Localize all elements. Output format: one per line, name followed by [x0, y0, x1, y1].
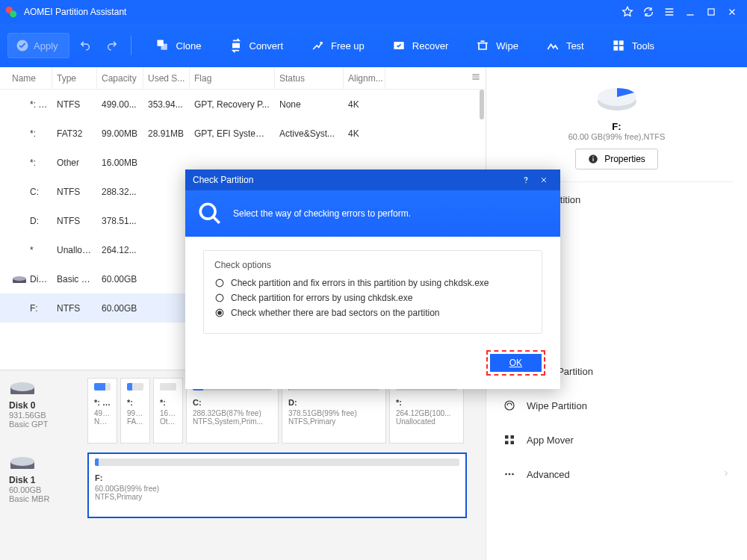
ok-button[interactable]: OK [490, 354, 542, 372]
svg-rect-24 [505, 435, 509, 439]
col-status[interactable]: Status [275, 67, 344, 89]
table-header: Name Type Capacity Used S... Flag Status… [0, 67, 486, 90]
titlebar: AOMEI Partition Assistant [0, 0, 747, 24]
disk-summary[interactable]: Disk 0931.56GBBasic GPT [9, 378, 80, 444]
titlebar-minimize-button[interactable] [680, 1, 701, 22]
check-option-2[interactable]: Check whether there are bad sectors on t… [214, 308, 531, 318]
svg-rect-8 [613, 40, 618, 45]
col-type[interactable]: Type [52, 67, 97, 89]
col-name[interactable]: Name [7, 67, 52, 89]
magnifier-icon [197, 201, 223, 226]
col-capacity[interactable]: Capacity [97, 67, 143, 89]
svg-point-28 [505, 473, 507, 476]
disk-map: Disk 0931.56GBBasic GPT*: R...499...NTF.… [0, 370, 486, 560]
disk-map-partition[interactable]: *:16.0...Oth... [153, 378, 183, 444]
disk-summary[interactable]: Disk 160.00GBBasic MBR [9, 452, 80, 518]
selected-partition-title: F: [500, 121, 734, 132]
svg-rect-27 [511, 441, 515, 445]
svg-rect-11 [619, 46, 624, 51]
info-icon [588, 154, 598, 164]
app-title: AOMEI Partition Assistant [24, 7, 617, 17]
disk-icon [12, 275, 27, 284]
action-advanced[interactable]: Advanced [500, 457, 734, 491]
mover-icon [503, 433, 516, 447]
properties-button[interactable]: Properties [575, 149, 658, 169]
svg-point-13 [13, 276, 26, 281]
svg-point-23 [505, 401, 514, 410]
disk-map-partition[interactable]: *:99....FAT... [120, 378, 150, 444]
titlebar-star-button[interactable] [617, 1, 638, 22]
radio-icon [214, 308, 225, 318]
svg-point-32 [200, 204, 215, 219]
svg-point-22 [592, 156, 594, 158]
svg-point-29 [509, 473, 511, 476]
svg-rect-6 [232, 43, 240, 49]
col-flag[interactable]: Flag [190, 67, 275, 89]
clone-icon [155, 38, 170, 53]
dialog-title: Check Partition [193, 175, 253, 185]
wipe-icon [475, 38, 490, 53]
check-options-title: Check options [214, 260, 531, 270]
apply-button[interactable]: Apply [7, 33, 69, 58]
svg-point-30 [512, 473, 514, 476]
tools-icon [611, 38, 626, 53]
svg-rect-26 [505, 441, 509, 445]
toolbar-convert-button[interactable]: Convert [221, 33, 291, 58]
svg-rect-2 [708, 9, 714, 15]
check-option-0[interactable]: Check partition and fix errors in this p… [214, 278, 531, 288]
pie-chart-icon [595, 81, 639, 115]
dialog-banner: Select the way of checking errors to per… [185, 190, 560, 237]
titlebar-maximize-button[interactable] [701, 1, 722, 22]
check-option-1[interactable]: Check partition for errors by using chkd… [214, 293, 531, 303]
svg-point-36 [217, 311, 222, 315]
table-row[interactable]: *: R...NTFS499.00...353.94...GPT, Recove… [0, 90, 486, 119]
table-row[interactable]: *:FAT3299.00MB28.91MBGPT, EFI System ...… [0, 119, 486, 148]
titlebar-refresh-button[interactable] [638, 1, 659, 22]
dialog-close-button[interactable] [535, 171, 553, 189]
wipe-icon [503, 399, 516, 412]
svg-rect-10 [613, 46, 618, 51]
svg-point-33 [216, 279, 223, 287]
undo-button[interactable] [74, 34, 96, 57]
test-icon [545, 38, 560, 53]
titlebar-close-button[interactable] [722, 1, 743, 22]
redo-button[interactable] [101, 34, 123, 57]
action-app-mover[interactable]: App Mover [500, 423, 734, 457]
dialog-titlebar: Check Partition [185, 169, 560, 190]
svg-point-17 [10, 457, 34, 466]
toolbar-clone-button[interactable]: Clone [148, 33, 209, 58]
check-options-group: Check options Check partition and fix er… [203, 250, 542, 334]
svg-rect-9 [619, 40, 624, 45]
svg-point-34 [216, 294, 223, 302]
toolbar-test-button[interactable]: Test [538, 33, 592, 58]
chevron-right-icon [722, 469, 731, 480]
svg-point-31 [525, 182, 526, 183]
toolbar-free-up-button[interactable]: Free up [303, 33, 372, 58]
col-used[interactable]: Used S... [143, 67, 190, 89]
recover-icon [391, 38, 406, 53]
svg-point-15 [10, 382, 34, 391]
radio-icon [214, 293, 225, 303]
svg-rect-21 [593, 158, 594, 161]
hdd-icon [9, 378, 36, 396]
disk-map-row: Disk 160.00GBBasic MBRF:60.00GB(99% free… [9, 452, 477, 518]
toolbar-wipe-button[interactable]: Wipe [468, 33, 526, 58]
titlebar-menu-button[interactable] [659, 1, 680, 22]
action-wipe-partition[interactable]: Wipe Partition [500, 388, 734, 423]
svg-rect-25 [511, 435, 515, 439]
ok-button-highlight: OK [486, 350, 545, 376]
dots-icon [503, 467, 516, 481]
disk-map-partition[interactable]: F:60.00GB(99% free)NTFS,Primary [87, 452, 467, 518]
dialog-help-button[interactable] [517, 171, 535, 189]
disk-map-partition[interactable]: *: R...499...NTF... [87, 378, 117, 444]
toolbar-recover-button[interactable]: Recover [384, 33, 456, 58]
svg-point-1 [10, 10, 16, 17]
check-partition-dialog: Check Partition Select the way of checki… [185, 169, 560, 389]
toolbar-tools-button[interactable]: Tools [604, 33, 662, 58]
convert-icon [229, 38, 244, 53]
toolbar: Apply CloneConvertFree upRecoverWipeTest… [0, 24, 747, 67]
app-logo-icon [4, 5, 18, 19]
col-alignment[interactable]: Alignm... [344, 67, 385, 89]
table-columns-menu-icon[interactable] [471, 72, 481, 84]
check-circle-icon [16, 39, 29, 52]
